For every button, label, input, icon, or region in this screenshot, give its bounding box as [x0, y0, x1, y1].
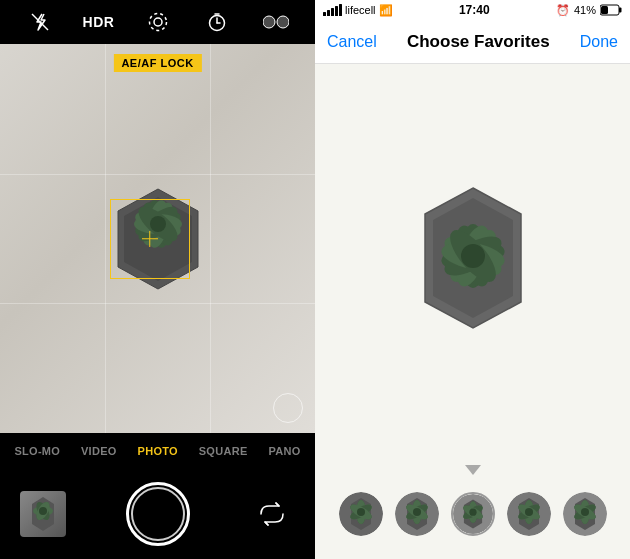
wifi-icon: 📶	[379, 4, 393, 17]
svg-point-43	[461, 244, 485, 268]
flip-camera-button[interactable]	[249, 491, 295, 537]
shutter-button[interactable]	[126, 482, 190, 546]
mode-square[interactable]: SQUARE	[199, 445, 248, 457]
signal-bar-4	[335, 6, 338, 16]
camera-bottom-bar: SLO-MO VIDEO PHOTO SQUARE PANO	[0, 433, 315, 559]
svg-point-79	[525, 508, 533, 516]
mode-video[interactable]: VIDEO	[81, 445, 117, 457]
mode-slo-mo[interactable]: SLO-MO	[14, 445, 60, 457]
options-icon[interactable]	[258, 4, 294, 40]
svg-point-70	[469, 509, 476, 516]
strip-thumbnail-4[interactable]	[507, 492, 551, 536]
mode-pano[interactable]: PANO	[268, 445, 300, 457]
favorites-content	[315, 64, 630, 559]
strip-thumbnail-3[interactable]	[451, 492, 495, 536]
shutter-inner	[131, 487, 185, 541]
strip-thumbnail-5[interactable]	[563, 492, 607, 536]
svg-point-1	[154, 18, 162, 26]
strip-thumbnail-2[interactable]	[395, 492, 439, 536]
plant-preview	[315, 74, 630, 461]
signal-bar-2	[327, 10, 330, 16]
status-right: ⏰ 41%	[556, 4, 622, 17]
favorites-panel: lifecell 📶 17:40 ⏰ 41% Cancel Choose Fav…	[315, 0, 630, 559]
svg-rect-31	[601, 6, 608, 14]
camera-controls	[0, 469, 315, 559]
svg-point-8	[277, 16, 289, 28]
focus-box	[110, 199, 190, 279]
camera-panel: HDR	[0, 0, 315, 559]
signal-bar-1	[323, 12, 326, 16]
svg-point-26	[39, 507, 47, 515]
thumbnail-strip	[315, 479, 630, 549]
nav-bar: Cancel Choose Favorites Done	[315, 20, 630, 64]
flash-off-icon[interactable]	[22, 4, 58, 40]
carrier-label: lifecell	[345, 4, 376, 16]
hdr-button[interactable]: HDR	[81, 4, 117, 40]
svg-point-2	[149, 14, 166, 31]
page-title: Choose Favorites	[407, 32, 550, 52]
status-left: lifecell 📶	[323, 4, 393, 17]
time-label: 17:40	[459, 3, 490, 17]
signal-bar-3	[331, 8, 334, 16]
cancel-button[interactable]: Cancel	[327, 33, 377, 51]
selection-arrow	[465, 465, 481, 475]
plant-preview-inner	[373, 168, 573, 368]
battery-icon	[600, 4, 622, 16]
alarm-icon: ⏰	[556, 4, 570, 17]
svg-point-52	[357, 508, 365, 516]
svg-point-61	[413, 508, 421, 516]
live-photo-icon[interactable]	[140, 4, 176, 40]
aeaf-lock-badge: AE/AF LOCK	[113, 54, 201, 72]
camera-top-bar: HDR	[0, 0, 315, 44]
status-bar: lifecell 📶 17:40 ⏰ 41%	[315, 0, 630, 20]
mode-photo[interactable]: PHOTO	[138, 445, 178, 457]
svg-rect-30	[619, 8, 622, 13]
camera-viewfinder[interactable]: AE/AF LOCK	[0, 44, 315, 433]
done-button[interactable]: Done	[580, 33, 618, 51]
signal-bar-5	[339, 4, 342, 16]
strip-thumbnail-1[interactable]	[339, 492, 383, 536]
last-photo-thumbnail[interactable]	[20, 491, 66, 537]
battery-label: 41%	[574, 4, 596, 16]
zoom-button[interactable]	[273, 393, 303, 423]
camera-modes: SLO-MO VIDEO PHOTO SQUARE PANO	[0, 433, 315, 469]
timer-icon[interactable]	[199, 4, 235, 40]
svg-point-88	[581, 508, 589, 516]
signal-bars	[323, 4, 342, 16]
focus-cross-v	[149, 231, 151, 247]
svg-point-7	[263, 16, 275, 28]
